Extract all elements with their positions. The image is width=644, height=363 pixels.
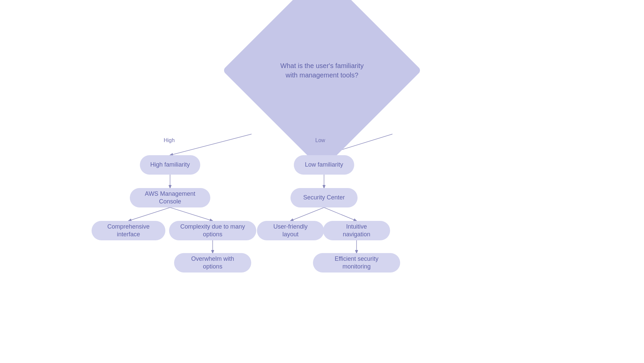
low-familiarity-node: Low familiarity [294,155,354,175]
efficient-node: Efficient security monitoring [313,253,400,273]
arrow-label-low: Low [315,137,325,143]
svg-line-0 [170,134,252,155]
overwhelm-node: Overwhelm with options [174,253,251,273]
flowchart-diagram: What is the user's familiarity with mana… [0,0,644,363]
svg-line-5 [170,207,213,221]
svg-line-6 [290,207,324,221]
security-center-node: Security Center [290,188,358,207]
complexity-node: Complexity due to many options [169,221,256,240]
svg-line-7 [324,207,357,221]
arrow-label-high: High [164,137,175,143]
comprehensive-node: Comprehensive interface [92,221,165,240]
aws-console-node: AWS Management Console [130,188,210,207]
intuitive-node: Intuitive navigation [323,221,390,240]
diamond-shape [222,0,422,170]
diamond-node: What is the user's familiarity with mana… [252,0,392,141]
svg-line-4 [128,207,170,221]
diamond-text: What is the user's familiarity with mana… [275,61,369,80]
user-friendly-node: User-friendly layout [257,221,324,240]
high-familiarity-node: High familiarity [140,155,200,175]
